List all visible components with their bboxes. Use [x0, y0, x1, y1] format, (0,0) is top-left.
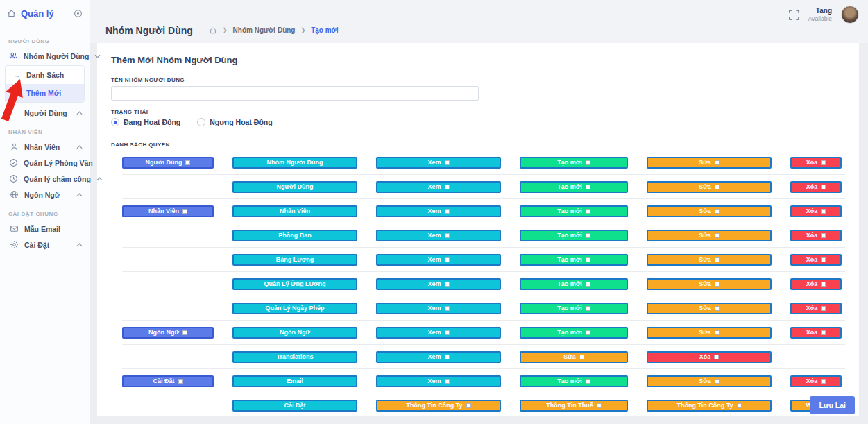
- checkbox-unchecked-icon[interactable]: [715, 257, 720, 262]
- checkbox-unchecked-icon[interactable]: [715, 306, 720, 311]
- checkbox-unchecked-icon[interactable]: [445, 209, 450, 214]
- sidebar-item-nhan-vien[interactable]: Nhân Viên: [0, 139, 90, 155]
- permission-action-button-xoa[interactable]: Xóa: [790, 278, 842, 290]
- group-name-input[interactable]: [111, 86, 479, 101]
- checkbox-unchecked-icon[interactable]: [445, 282, 450, 287]
- permission-category-button-ngon-ngu[interactable]: Ngôn Ngữ: [232, 327, 357, 339]
- permission-group-button-ngon-ngu[interactable]: Ngôn Ngữ: [122, 327, 214, 339]
- permission-action-button-xoa[interactable]: Xóa: [790, 254, 842, 266]
- permission-action-button-tao-moi[interactable]: Tạo mới: [520, 254, 628, 266]
- checkbox-unchecked-icon[interactable]: [586, 209, 590, 214]
- permission-action-button-sua[interactable]: Sửa: [647, 181, 772, 193]
- save-button[interactable]: Lưu Lại: [810, 396, 855, 414]
- permission-action-button-tao-moi[interactable]: Tạo mới: [520, 181, 628, 193]
- permission-action-button-xoa[interactable]: Xóa: [790, 230, 842, 241]
- permission-action-button-xem[interactable]: Xem: [376, 375, 501, 387]
- checkbox-unchecked-icon[interactable]: [821, 233, 826, 238]
- permission-category-button-nhan-vien[interactable]: Nhân Viên: [232, 205, 357, 217]
- permission-category-button-translations[interactable]: Translations: [232, 351, 357, 363]
- checkbox-unchecked-icon[interactable]: [715, 233, 720, 238]
- checkbox-unchecked-icon[interactable]: [586, 257, 590, 262]
- permission-category-button-nguoi-dung[interactable]: Người Dùng: [232, 181, 357, 193]
- checkbox-unchecked-icon[interactable]: [715, 282, 720, 287]
- permission-action-button-sua[interactable]: Sửa: [647, 254, 772, 266]
- checkbox-unchecked-icon[interactable]: [821, 379, 826, 384]
- checkbox-unchecked-icon[interactable]: [586, 233, 590, 238]
- permission-action-button-sua[interactable]: Sửa: [520, 351, 628, 363]
- sidebar-subitem-them-moi[interactable]: →Thêm Mới: [6, 84, 84, 102]
- circle-dot-icon[interactable]: [74, 9, 83, 18]
- checkbox-unchecked-icon[interactable]: [586, 306, 590, 311]
- permission-action-button-sua[interactable]: Sửa: [647, 278, 772, 290]
- fullscreen-icon[interactable]: [789, 10, 799, 20]
- avatar[interactable]: [841, 6, 859, 24]
- radio-selected-icon[interactable]: [111, 118, 119, 126]
- checkbox-unchecked-icon[interactable]: [182, 330, 187, 335]
- checkbox-unchecked-icon[interactable]: [445, 185, 450, 189]
- permission-action-button-xoa[interactable]: Xóa: [790, 303, 842, 314]
- permission-group-button-nhan-vien[interactable]: Nhân Viên: [122, 205, 214, 217]
- checkbox-unchecked-icon[interactable]: [466, 403, 471, 408]
- sidebar-item-nguoi-dung[interactable]: Người Dùng: [0, 105, 90, 121]
- checkbox-unchecked-icon[interactable]: [715, 330, 720, 335]
- permission-action-button-tao-moi[interactable]: Tạo mới: [520, 205, 628, 217]
- permission-action-button-sua[interactable]: Sửa: [647, 230, 772, 241]
- checkbox-unchecked-icon[interactable]: [715, 209, 720, 214]
- permission-category-button-nhom-nguoi-dung[interactable]: Nhóm Người Dùng: [232, 157, 357, 169]
- radio-unselected-icon[interactable]: [197, 118, 205, 126]
- checkbox-unchecked-icon[interactable]: [586, 185, 590, 189]
- permission-action-button-xoa[interactable]: Xóa: [790, 327, 842, 339]
- checkbox-unchecked-icon[interactable]: [182, 209, 187, 214]
- permission-action-button-xoa[interactable]: Xóa: [790, 157, 842, 169]
- checkbox-unchecked-icon[interactable]: [715, 160, 720, 165]
- checkbox-unchecked-icon[interactable]: [178, 379, 183, 384]
- sidebar-item-quan-ly-phong-van[interactable]: Quản Lý Phỏng Vấn: [0, 155, 90, 171]
- checkbox-unchecked-icon[interactable]: [821, 209, 826, 214]
- permission-action-button-xoa[interactable]: Xóa: [790, 181, 842, 193]
- permission-action-button-tao-moi[interactable]: Tạo mới: [520, 278, 628, 290]
- permission-action-button-xem[interactable]: Xem: [376, 157, 501, 169]
- permission-action-button-xem[interactable]: Xem: [376, 303, 501, 314]
- permission-action-button-tao-moi[interactable]: Tạo mới: [520, 327, 628, 339]
- permission-action-button-tao-moi[interactable]: Tạo mới: [520, 303, 628, 314]
- permission-group-button-cai-dat[interactable]: Cài Đặt: [122, 375, 214, 387]
- permission-action-button-sua[interactable]: Sửa: [647, 205, 772, 217]
- sidebar-item-mau-email[interactable]: Mẫu Email: [0, 221, 90, 237]
- permission-action-button-xoa[interactable]: Xóa: [790, 375, 842, 387]
- permission-action-button-thong-tin-cong-ty[interactable]: Thông Tin Công Ty: [376, 400, 501, 412]
- home-icon[interactable]: [7, 9, 16, 18]
- checkbox-unchecked-icon[interactable]: [445, 379, 450, 384]
- permission-action-button-tao-moi[interactable]: Tạo mới: [520, 157, 628, 169]
- permission-action-button-xem[interactable]: Xem: [376, 205, 501, 217]
- permission-action-button-sua[interactable]: Sửa: [647, 375, 772, 387]
- permission-category-button-quan-ly-ung-luong[interactable]: Quản Lý Ứng Lương: [232, 278, 357, 290]
- checkbox-unchecked-icon[interactable]: [445, 160, 450, 165]
- checkbox-unchecked-icon[interactable]: [445, 257, 450, 262]
- sidebar-item-ngon-ngu[interactable]: Ngôn Ngữ: [0, 187, 90, 203]
- checkbox-unchecked-icon[interactable]: [586, 379, 590, 384]
- status-radio-dang-hoat-dong[interactable]: Đang Hoạt Động: [111, 118, 180, 126]
- permission-action-button-xem[interactable]: Xem: [376, 327, 501, 339]
- checkbox-unchecked-icon[interactable]: [586, 160, 590, 165]
- checkbox-unchecked-icon[interactable]: [715, 185, 720, 189]
- permission-action-button-tao-moi[interactable]: Tạo mới: [520, 375, 628, 387]
- checkbox-unchecked-icon[interactable]: [445, 306, 450, 311]
- checkbox-unchecked-icon[interactable]: [445, 355, 450, 359]
- breadcrumb-parent[interactable]: Nhóm Người Dùng: [233, 26, 296, 34]
- permission-action-button-xem[interactable]: Xem: [376, 181, 501, 193]
- sidebar-item-nhom-nguoi-dung[interactable]: Nhóm Người Dùng: [0, 48, 90, 64]
- checkbox-unchecked-icon[interactable]: [714, 355, 719, 359]
- checkbox-unchecked-icon[interactable]: [185, 160, 190, 165]
- checkbox-unchecked-icon[interactable]: [737, 403, 742, 408]
- permission-category-button-cai-dat[interactable]: Cài Đặt: [232, 400, 357, 412]
- checkbox-unchecked-icon[interactable]: [445, 330, 450, 335]
- sidebar-item-quan-ly-cham-cong[interactable]: Quản lý chấm công: [0, 171, 90, 187]
- checkbox-unchecked-icon[interactable]: [715, 379, 720, 384]
- checkbox-unchecked-icon[interactable]: [597, 403, 602, 408]
- checkbox-unchecked-icon[interactable]: [445, 233, 450, 238]
- checkbox-unchecked-icon[interactable]: [821, 282, 826, 287]
- permission-action-button-sua[interactable]: Sửa: [647, 303, 772, 314]
- permission-action-button-thong-tin-thue[interactable]: Thông Tin Thuế: [520, 400, 628, 412]
- home-icon[interactable]: [209, 26, 217, 35]
- permission-category-button-quan-ly-ngay-phep[interactable]: Quản Lý Ngày Phép: [232, 303, 357, 314]
